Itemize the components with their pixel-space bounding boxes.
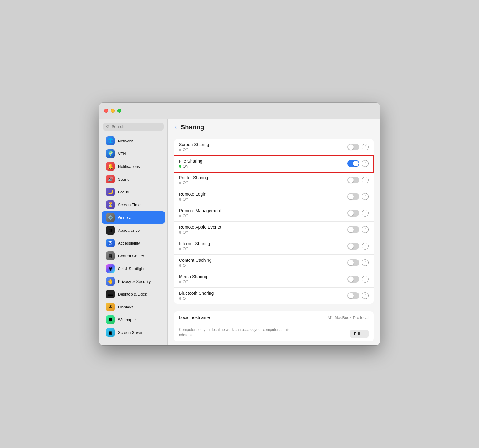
sidebar-item-network[interactable]: 🌐Network (102, 135, 165, 147)
close-button[interactable] (104, 109, 108, 113)
toggle-remote-apple-events[interactable] (347, 226, 359, 233)
controls-bluetooth-sharing: i (347, 292, 369, 299)
sidebar-label-appearance: Appearance (118, 228, 140, 233)
info-button-content-caching[interactable]: i (362, 259, 369, 266)
setting-info-content-caching: Content CachingOff (179, 258, 211, 268)
sidebar-item-appearance[interactable]: ◑Appearance (102, 224, 165, 236)
sidebar-item-accessibility[interactable]: ♿Accessibility (102, 237, 165, 249)
toggle-content-caching[interactable] (347, 259, 359, 266)
info-button-screen-sharing[interactable]: i (362, 144, 369, 150)
toggle-knob-remote-management (348, 210, 354, 216)
setting-info-internet-sharing: Internet SharingOff (179, 241, 210, 251)
sidebar-items-list: 🌐Network🌍VPN🔔Notifications🔊Sound🌙Focus⏳S… (99, 134, 167, 339)
setting-status-media-sharing: Off (179, 280, 207, 284)
setting-row-remote-management: Remote ManagementOffi (174, 205, 374, 222)
sidebar-item-focus[interactable]: 🌙Focus (102, 186, 165, 198)
setting-name-printer-sharing: Printer Sharing (179, 175, 208, 180)
info-button-internet-sharing[interactable]: i (362, 243, 369, 250)
sidebar-item-sound[interactable]: 🔊Sound (102, 173, 165, 185)
search-input[interactable] (112, 124, 161, 129)
sidebar-item-displays[interactable]: ✳Displays (102, 301, 165, 313)
vpn-icon: 🌍 (106, 149, 115, 158)
minimize-button[interactable] (111, 109, 115, 113)
setting-status-remote-apple-events: Off (179, 230, 221, 235)
toggle-internet-sharing[interactable] (347, 243, 359, 250)
setting-row-remote-apple-events: Remote Apple EventsOffi (174, 222, 374, 238)
toggle-knob-remote-login (348, 194, 354, 199)
sidebar-label-vpn: VPN (118, 151, 126, 156)
siri-icon: ◉ (106, 264, 115, 273)
sidebar-item-controlcenter[interactable]: ▦Control Center (102, 250, 165, 262)
panel-header: ‹ Sharing (168, 119, 380, 135)
info-button-media-sharing[interactable]: i (362, 276, 369, 283)
info-button-printer-sharing[interactable]: i (362, 177, 369, 183)
toggle-remote-login[interactable] (347, 193, 359, 200)
toggle-printer-sharing[interactable] (347, 177, 359, 183)
sidebar-item-privacy[interactable]: 🤚Privacy & Security (102, 275, 165, 288)
sidebar-item-general[interactable]: ⚙️General (102, 211, 165, 224)
sidebar-item-vpn[interactable]: 🌍VPN (102, 147, 165, 160)
sidebar-label-accessibility: Accessibility (118, 241, 140, 245)
setting-name-internet-sharing: Internet Sharing (179, 241, 210, 246)
sidebar-item-siri[interactable]: ◉Siri & Spotlight (102, 262, 165, 275)
info-button-remote-apple-events[interactable]: i (362, 226, 369, 233)
setting-status-printer-sharing: Off (179, 181, 208, 185)
sidebar-item-screensaver[interactable]: ▣Screen Saver (102, 326, 165, 339)
info-button-remote-management[interactable]: i (362, 210, 369, 217)
status-text-media-sharing: Off (183, 280, 188, 284)
setting-info-printer-sharing: Printer SharingOff (179, 175, 208, 185)
sidebar-item-desktop[interactable]: ▬Desktop & Dock (102, 288, 165, 300)
controls-remote-login: i (347, 193, 369, 200)
toggle-bluetooth-sharing[interactable] (347, 292, 359, 299)
network-icon: 🌐 (106, 136, 115, 145)
sidebar-label-notifications: Notifications (118, 164, 140, 169)
screentime-icon: ⏳ (106, 200, 115, 209)
back-button[interactable]: ‹ (173, 123, 178, 131)
setting-info-remote-management: Remote ManagementOff (179, 208, 221, 218)
toggle-remote-management[interactable] (347, 210, 359, 217)
controls-media-sharing: i (347, 276, 369, 283)
toggle-file-sharing[interactable] (347, 160, 359, 167)
search-bar[interactable] (103, 123, 164, 131)
sidebar-label-privacy: Privacy & Security (118, 279, 151, 284)
edit-hostname-button[interactable]: Edit... (350, 330, 369, 338)
status-dot-remote-login (179, 198, 181, 201)
search-icon (106, 125, 110, 129)
sidebar-label-controlcenter: Control Center (118, 254, 144, 258)
toggle-knob-media-sharing (348, 276, 354, 282)
toggle-knob-file-sharing (353, 161, 359, 166)
toggle-media-sharing[interactable] (347, 276, 359, 283)
setting-status-file-sharing: On (179, 164, 202, 169)
setting-name-file-sharing: File Sharing (179, 159, 202, 164)
setting-row-remote-login: Remote LoginOffi (174, 188, 374, 205)
info-button-file-sharing[interactable]: i (362, 160, 369, 167)
setting-status-remote-login: Off (179, 197, 206, 202)
traffic-lights (104, 109, 121, 113)
sidebar-label-network: Network (118, 139, 133, 143)
toggle-screen-sharing[interactable] (347, 144, 359, 150)
setting-row-internet-sharing: Internet SharingOffi (174, 238, 374, 255)
status-dot-file-sharing (179, 165, 181, 168)
setting-info-screen-sharing: Screen SharingOff (179, 142, 209, 152)
sidebar-label-screensaver: Screen Saver (118, 330, 143, 335)
setting-info-file-sharing: File SharingOn (179, 159, 202, 169)
info-button-bluetooth-sharing[interactable]: i (362, 292, 369, 299)
setting-name-remote-management: Remote Management (179, 208, 221, 213)
toggle-knob-printer-sharing (348, 177, 354, 183)
bottom-section: Local hostname M1-MacBook-Pro.local Comp… (174, 311, 374, 341)
sidebar-label-focus: Focus (118, 190, 129, 194)
controlcenter-icon: ▦ (106, 251, 115, 260)
hostname-row: Local hostname M1-MacBook-Pro.local (174, 311, 374, 324)
svg-point-0 (106, 125, 109, 127)
sidebar-item-notifications[interactable]: 🔔Notifications (102, 160, 165, 173)
maximize-button[interactable] (117, 109, 121, 113)
status-dot-internet-sharing (179, 248, 181, 250)
sidebar-label-wallpaper: Wallpaper (118, 317, 136, 322)
status-text-remote-apple-events: Off (183, 230, 188, 235)
status-dot-content-caching (179, 264, 181, 267)
info-button-remote-login[interactable]: i (362, 193, 369, 200)
sidebar-item-wallpaper[interactable]: ❋Wallpaper (102, 313, 165, 326)
setting-name-content-caching: Content Caching (179, 258, 211, 263)
sidebar-item-screentime[interactable]: ⏳Screen Time (102, 198, 165, 211)
status-text-file-sharing: On (183, 164, 188, 169)
